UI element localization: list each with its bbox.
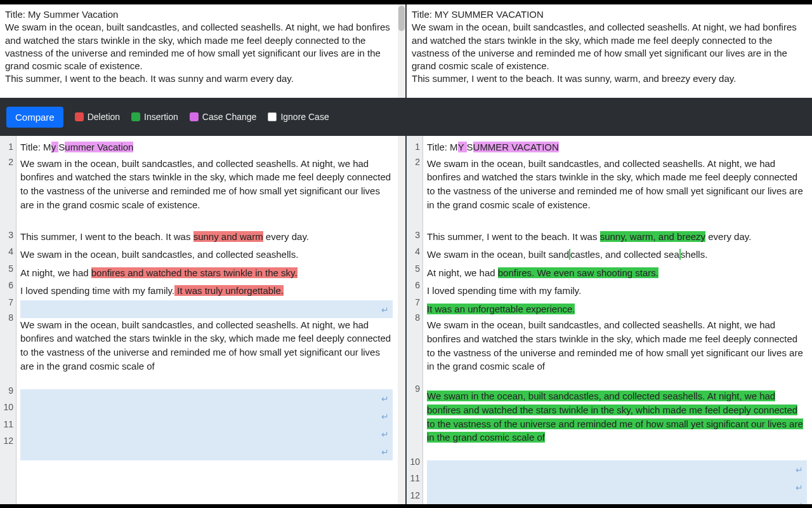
deletion-highlight: It was truly unforgettable. <box>174 285 284 296</box>
raw-input-right[interactable]: Title: MY SUMMER VACATION We swam in the… <box>407 4 812 98</box>
case-change-highlight: y <box>51 142 59 152</box>
line-number: 12 <box>407 487 420 504</box>
diff-row: This summer, I went to the beach. It was… <box>427 228 807 246</box>
line-number: 4 <box>407 243 420 260</box>
raw-right-title: Title: MY SUMMER VACATION <box>412 8 807 21</box>
line-number: 7 <box>407 294 420 311</box>
diff-row: It was an unforgettable experience. <box>427 300 807 319</box>
diff-row: This summer, I went to the beach. It was… <box>20 228 393 246</box>
controls-bar: Compare Deletion Insertion Case Change I… <box>0 98 812 136</box>
legend-case-change-label: Case Change <box>202 112 257 122</box>
diff-blank-row <box>20 425 393 443</box>
diff-right-content[interactable]: Title: MY SUMMER VACATION We swam in the… <box>423 136 812 504</box>
line-number: 11 <box>407 470 420 487</box>
line-number: 2 <box>0 156 13 227</box>
legend-insertion-label: Insertion <box>144 112 178 122</box>
diff-left-pane: 1 2 3 4 5 6 7 8 9 10 11 12 Title: My Sum… <box>0 136 407 504</box>
line-number: 6 <box>0 277 13 294</box>
diff-row: Title: My Summer Vacation <box>20 138 393 157</box>
line-number: 4 <box>0 243 13 260</box>
diff-row: At night, we had bonfires. We even saw s… <box>427 264 807 283</box>
diff-row: We swam in the ocean, built sandcastles,… <box>427 246 807 264</box>
diff-row: At night, we had bonfires and watched th… <box>20 264 393 283</box>
legend-deletion: Deletion <box>75 112 120 122</box>
legend-insertion: Insertion <box>131 112 178 122</box>
case-change-highlight: Y <box>458 142 467 152</box>
diff-blank-row <box>20 443 393 460</box>
line-number: 9 <box>0 382 13 399</box>
legend-case-change: Case Change <box>190 112 257 122</box>
compare-button[interactable]: Compare <box>6 107 63 128</box>
diff-row: We swam in the ocean, built sandcastles,… <box>20 318 393 389</box>
ignore-case-label: Ignore Case <box>280 112 329 122</box>
line-number: 11 <box>0 416 13 433</box>
line-number: 5 <box>407 260 420 277</box>
line-number: 8 <box>0 311 13 382</box>
raw-left-scrollbar-thumb[interactable] <box>398 6 405 31</box>
ignore-case-checkbox[interactable] <box>268 112 277 121</box>
line-number: 6 <box>407 277 420 294</box>
line-number: 3 <box>0 227 13 244</box>
insertion-highlight: sunny, warm, and breezy <box>600 231 705 242</box>
insertion-highlight: bonfires. We even saw shooting stars. <box>498 267 658 278</box>
line-number: 8 <box>407 311 420 382</box>
insertion-highlight: We swam in the ocean, built sandcastles,… <box>427 391 803 443</box>
diff-right-gutter: 1 2 3 4 5 6 7 8 9 10 11 12 <box>407 136 423 504</box>
raw-input-panes: Title: My Summer Vacation We swam in the… <box>0 4 812 98</box>
diff-output: 1 2 3 4 5 6 7 8 9 10 11 12 Title: My Sum… <box>0 136 812 504</box>
case-change-highlight: UMMER VACATION <box>473 142 559 152</box>
deletion-swatch-icon <box>75 112 84 121</box>
diff-right-pane: 1 2 3 4 5 6 7 8 9 10 11 12 Title: MY SUM… <box>407 136 812 504</box>
diff-row: We swam in the ocean, built sandcastles,… <box>427 318 807 389</box>
diff-row: We swam in the ocean, built sandcastles,… <box>20 246 393 264</box>
ignore-case-option[interactable]: Ignore Case <box>268 112 329 122</box>
diff-left-gutter: 1 2 3 4 5 6 7 8 9 10 11 12 <box>0 136 16 504</box>
diff-row: I loved spending time with my family. <box>427 282 807 300</box>
line-number: 1 <box>407 138 420 156</box>
diff-left-scrollbar[interactable] <box>398 136 405 504</box>
diff-row: We swam in the ocean, built sandcastles,… <box>427 157 807 228</box>
raw-input-left[interactable]: Title: My Summer Vacation We swam in the… <box>0 4 407 98</box>
line-number: 3 <box>407 227 420 244</box>
case-change-highlight: ummer Vacation <box>65 142 133 152</box>
raw-right-p2: This summer, I went to the beach. It was… <box>412 72 807 85</box>
insertion-swatch-icon <box>131 112 140 121</box>
diff-row: Title: MY SUMMER VACATION <box>427 138 807 157</box>
line-number: 10 <box>407 453 420 471</box>
line-number: 5 <box>0 260 13 277</box>
diff-row: We swam in the ocean, built sandcastles,… <box>427 389 807 460</box>
legend-deletion-label: Deletion <box>88 112 120 122</box>
line-number: 2 <box>407 156 420 227</box>
raw-left-p2: This summer, I went to the beach. It was… <box>5 72 400 85</box>
diff-blank-row <box>20 300 393 318</box>
diff-blank-row <box>427 460 807 478</box>
raw-right-p1: We swam in the ocean, built sandcastles,… <box>412 21 807 72</box>
case-change-swatch-icon <box>190 112 199 121</box>
insertion-highlight: It was an unforgettable experience. <box>427 304 575 314</box>
raw-left-p1: We swam in the ocean, built sandcastles,… <box>5 21 400 72</box>
diff-blank-row <box>20 407 393 425</box>
diff-left-content[interactable]: Title: My Summer Vacation We swam in the… <box>16 136 398 504</box>
app-bottom-border <box>0 504 812 508</box>
raw-left-title: Title: My Summer Vacation <box>5 8 400 21</box>
diff-row: I loved spending time with my family. It… <box>20 282 393 300</box>
line-number: 9 <box>407 382 420 453</box>
deletion-highlight: sunny and warm <box>193 231 263 242</box>
diff-blank-row <box>20 389 393 407</box>
line-number: 7 <box>0 294 13 311</box>
line-number: 1 <box>0 138 13 156</box>
diff-row: We swam in the ocean, built sandcastles,… <box>20 157 393 228</box>
line-number: 12 <box>0 432 13 450</box>
line-number: 10 <box>0 399 13 416</box>
raw-left-scrollbar[interactable] <box>398 4 405 98</box>
diff-blank-row <box>427 478 807 496</box>
diff-blank-row <box>427 496 807 504</box>
deletion-highlight: bonfires and watched the stars twinkle i… <box>91 267 298 278</box>
